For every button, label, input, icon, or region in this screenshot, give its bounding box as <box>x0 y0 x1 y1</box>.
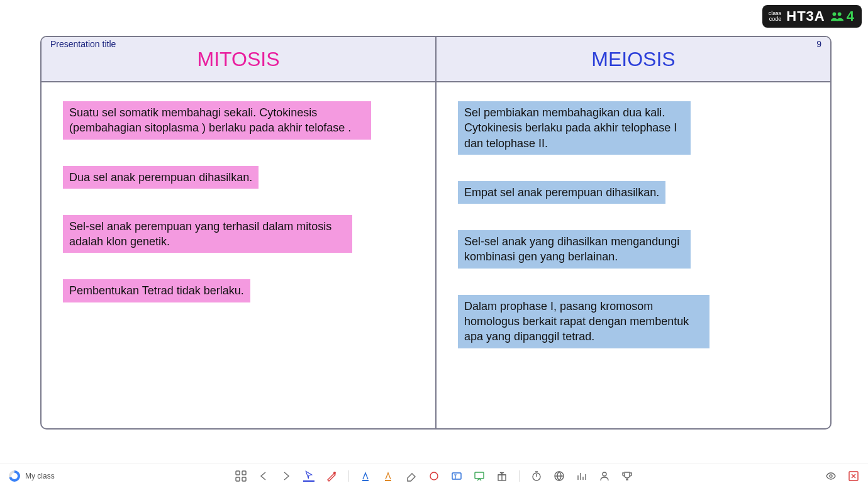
arrow-right-icon[interactable] <box>281 470 292 482</box>
exit-icon[interactable] <box>848 470 859 482</box>
textbox-icon[interactable] <box>451 470 462 482</box>
timer-icon[interactable] <box>531 470 542 482</box>
center-tools <box>235 470 633 482</box>
slide-header: Presentation title 9 MITOSIS MEIOSIS <box>42 37 830 82</box>
mitosis-block: Pembentukan Tetrad tidak berlaku. <box>63 279 250 302</box>
shape-icon[interactable] <box>428 470 440 482</box>
bottom-toolbar: My class <box>0 463 868 488</box>
participants-count: 4 <box>830 8 854 25</box>
class-code-badge[interactable]: class code HT3A 4 <box>762 5 862 28</box>
eraser-icon[interactable] <box>406 470 417 482</box>
highlighter-orange-icon[interactable] <box>383 470 394 482</box>
pen-icon[interactable] <box>326 470 337 482</box>
svg-point-14 <box>830 475 832 477</box>
svg-point-0 <box>832 12 836 16</box>
class-code-label: class code <box>769 11 782 22</box>
svg-rect-2 <box>236 471 240 475</box>
class-code-value: HT3A <box>786 8 825 25</box>
trophy-icon[interactable] <box>621 470 633 482</box>
poll-icon[interactable] <box>576 470 587 482</box>
visibility-icon[interactable] <box>825 470 837 482</box>
mitosis-block: Sel-sel anak perempuan yang terhasil dal… <box>63 215 352 253</box>
people-icon <box>830 11 844 22</box>
brand-label: My class <box>25 472 55 480</box>
meiosis-block: Sel-sel anak yang dihasilkan mengandungi… <box>458 230 691 269</box>
mitosis-column: Suatu sel somatik membahagi sekali. Cyto… <box>42 82 437 428</box>
whiteboard-icon[interactable] <box>474 470 485 482</box>
heading-meiosis: MEIOSIS <box>437 37 830 81</box>
separator <box>348 470 349 482</box>
brand-logo-icon <box>9 470 20 482</box>
meiosis-column: Sel pembiakan membahagikan dua kali. Cyt… <box>437 82 830 428</box>
web-icon[interactable] <box>554 470 565 482</box>
gift-icon[interactable] <box>496 470 508 482</box>
page-number: 9 <box>816 39 821 49</box>
svg-rect-9 <box>475 472 484 479</box>
right-tools <box>825 470 859 482</box>
brand-area[interactable]: My class <box>9 470 55 482</box>
svg-point-7 <box>430 472 438 480</box>
svg-point-13 <box>603 472 606 476</box>
arrow-left-icon[interactable] <box>258 470 269 482</box>
separator <box>519 470 520 482</box>
presentation-title: Presentation title <box>50 39 116 49</box>
highlighter-blue-icon[interactable] <box>360 470 372 482</box>
svg-rect-3 <box>242 471 246 475</box>
svg-point-6 <box>333 472 336 474</box>
student-icon[interactable] <box>599 470 610 482</box>
svg-point-1 <box>837 12 841 16</box>
meiosis-block: Dalam prophase I, pasang kromosom homolo… <box>458 295 709 348</box>
svg-rect-5 <box>242 477 246 481</box>
meiosis-block: Sel pembiakan membahagikan dua kali. Cyt… <box>458 101 691 155</box>
meiosis-block: Empat sel anak perempuan dihasilkan. <box>458 181 665 204</box>
grid-icon[interactable] <box>235 470 247 482</box>
mitosis-block: Suatu sel somatik membahagi sekali. Cyto… <box>63 101 371 140</box>
mitosis-block: Dua sel anak perempuan dihasilkan. <box>63 166 259 189</box>
svg-rect-4 <box>236 477 240 481</box>
slide-body: Suatu sel somatik membahagi sekali. Cyto… <box>42 82 830 428</box>
pointer-icon[interactable] <box>303 470 314 482</box>
presentation-slide: Presentation title 9 MITOSIS MEIOSIS Sua… <box>40 36 832 430</box>
svg-rect-8 <box>452 473 461 479</box>
